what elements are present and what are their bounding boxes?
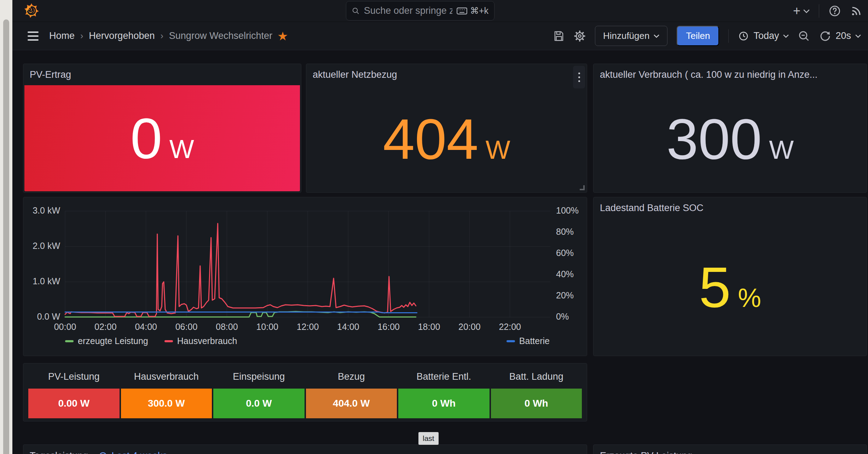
panel-timeseries[interactable]: 0.0 W1.0 kW2.0 kW3.0 kW0%20%40%60%80%100… — [23, 197, 587, 356]
svg-text:40%: 40% — [556, 269, 574, 279]
panel-tagesleistung: Tagesleistung Last 4 weeks — [23, 444, 587, 454]
hover-tooltip: last — [418, 432, 439, 445]
breadcrumb-item[interactable]: Home — [49, 30, 75, 41]
legend-label: erzeugte Leistung — [78, 336, 148, 346]
refresh-picker[interactable]: 20s — [819, 30, 861, 42]
table-cell-value: 300.0 W — [121, 389, 212, 418]
search-input[interactable]: Suche oder springe zu ... ⌘+k — [346, 1, 494, 21]
svg-text:02:00: 02:00 — [94, 322, 117, 332]
share-button[interactable]: Teilen — [677, 26, 719, 46]
breadcrumb: Home›Hervorgehoben›Sungrow Wechselrichte… — [49, 30, 272, 41]
timeseries-chart[interactable]: 0.0 W1.0 kW2.0 kW3.0 kW0%20%40%60%80%100… — [23, 197, 588, 356]
chevron-down-icon — [654, 34, 659, 38]
stat-background: 0 W — [24, 85, 300, 191]
svg-text:08:00: 08:00 — [216, 322, 238, 332]
os-scrollbar — [0, 0, 12, 454]
svg-text:12:00: 12:00 — [297, 322, 319, 332]
panel-title[interactable]: Tagesleistung — [30, 450, 88, 454]
topnav-divider — [819, 4, 819, 18]
table-cell-value: 0 Wh — [398, 389, 490, 418]
clock-info-icon — [98, 451, 108, 454]
keyboard-icon — [457, 7, 467, 15]
panel-pv-ertrag: PV-Ertrag 0 W — [23, 64, 301, 193]
breadcrumb-separator: › — [80, 31, 83, 41]
svg-text:1.0 kW: 1.0 kW — [33, 276, 60, 286]
clock-icon — [738, 30, 749, 42]
stat-unit: W — [486, 137, 510, 163]
search-placeholder: Suche oder springe zu ... — [364, 5, 452, 16]
legend-item[interactable]: erzeugte Leistung — [65, 336, 148, 346]
breadcrumb-item[interactable]: Sungrow Wechselrichter — [169, 30, 272, 41]
legend-item[interactable]: Batterie — [507, 336, 550, 346]
table-cell-value: 0.00 W — [28, 389, 120, 418]
svg-text:80%: 80% — [556, 227, 574, 237]
table-column-header: Hausverbrauch — [121, 368, 212, 386]
refresh-icon — [819, 30, 831, 42]
panel-title[interactable]: Ladestand Batterie SOC — [600, 203, 704, 214]
menu-toggle-button[interactable] — [28, 31, 39, 41]
legend-label: Batterie — [519, 336, 550, 346]
dashboard-toolbar: Home›Hervorgehoben›Sungrow Wechselrichte… — [12, 22, 868, 50]
table-cell-value: 0.0 W — [213, 389, 305, 418]
panel-erzeugte-pv: Erzeugte PV Leistung — [593, 444, 867, 454]
table-column-header: Batt. Ladung — [491, 368, 582, 386]
scrollbar-thumb[interactable] — [3, 19, 9, 454]
panel-batterie-soc: Ladestand Batterie SOC 5 % — [593, 197, 867, 356]
table-cell-value: 0 Wh — [491, 389, 582, 418]
legend-item[interactable]: Hausverbrauch — [164, 336, 237, 346]
panel-stat-table: PV-LeistungHausverbrauchEinspeisungBezug… — [23, 363, 587, 421]
zoom-out-icon[interactable] — [798, 30, 810, 42]
table-column-header: Einspeisung — [213, 368, 305, 386]
stat-value: 404 — [383, 110, 478, 168]
svg-text:20:00: 20:00 — [458, 322, 481, 332]
stat-value: 300 — [666, 110, 762, 168]
new-dropdown-button[interactable]: + — [793, 5, 810, 17]
settings-gear-icon[interactable] — [574, 30, 586, 42]
svg-text:0.0 W: 0.0 W — [37, 312, 60, 321]
svg-text:00:00: 00:00 — [54, 322, 76, 332]
plus-icon: + — [793, 5, 800, 17]
svg-text:10:00: 10:00 — [256, 322, 278, 332]
panel-title[interactable]: Erzeugte PV Leistung — [600, 450, 692, 454]
panel-verbrauch: aktueller Verbrauch ( ca. 100 w zu niedr… — [593, 64, 867, 193]
svg-text:06:00: 06:00 — [175, 322, 198, 332]
svg-text:20%: 20% — [556, 290, 574, 300]
stat-unit: W — [169, 136, 194, 162]
table-cell-value: 404.0 W — [306, 389, 397, 418]
search-shortcut: ⌘+k — [470, 6, 488, 16]
time-shift-link[interactable]: Last 4 weeks — [98, 450, 167, 454]
table-column-header: Bezug — [306, 368, 397, 386]
table-column-header: PV-Leistung — [28, 368, 120, 386]
stat-value: 5 — [699, 258, 731, 316]
svg-text:18:00: 18:00 — [418, 322, 440, 332]
chevron-down-icon — [803, 9, 810, 13]
news-rss-icon[interactable] — [850, 5, 862, 17]
legend-swatch — [164, 340, 173, 342]
svg-text:3.0 kW: 3.0 kW — [33, 205, 60, 215]
panel-netzbezug: aktueller Netzbezug 404 W — [306, 64, 587, 193]
panel-title[interactable]: aktueller Verbrauch ( ca. 100 w zu niedr… — [600, 69, 817, 80]
svg-text:2.0 kW: 2.0 kW — [33, 241, 60, 251]
legend-swatch — [65, 340, 74, 342]
table-column-header: Batterie Entl. — [398, 368, 490, 386]
breadcrumb-item[interactable]: Hervorgehoben — [89, 30, 155, 41]
panel-title[interactable]: aktueller Netzbezug — [313, 69, 397, 80]
stat-value: 0 — [131, 110, 162, 167]
svg-text:0%: 0% — [556, 312, 569, 321]
help-icon[interactable] — [828, 5, 841, 17]
grafana-logo[interactable] — [23, 2, 40, 19]
svg-text:60%: 60% — [556, 248, 574, 258]
svg-text:22:00: 22:00 — [499, 322, 521, 332]
chevron-down-icon — [855, 34, 861, 38]
favorite-star-icon[interactable]: ★ — [277, 29, 288, 43]
add-panel-button[interactable]: Hinzufügen — [595, 26, 668, 46]
time-range-picker[interactable]: Today — [738, 30, 789, 42]
stat-unit: W — [769, 137, 794, 163]
top-nav: Suche oder springe zu ... ⌘+k + — [12, 0, 868, 22]
panel-resize-handle[interactable] — [580, 185, 585, 190]
panel-title[interactable]: PV-Ertrag — [30, 69, 71, 80]
svg-text:100%: 100% — [556, 205, 579, 215]
breadcrumb-separator: › — [161, 31, 163, 41]
svg-text:04:00: 04:00 — [135, 322, 157, 332]
save-icon[interactable] — [553, 30, 565, 42]
